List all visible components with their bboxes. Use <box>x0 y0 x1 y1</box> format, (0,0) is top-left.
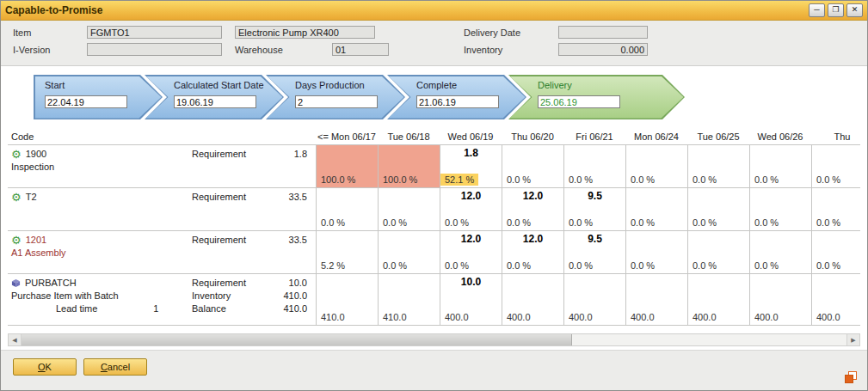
close-icon[interactable]: ✕ <box>846 3 863 17</box>
ok-button[interactable]: OK <box>13 358 77 376</box>
horizontal-scrollbar[interactable]: ◀ ▶ <box>8 333 860 346</box>
cell-percent: 400.0 <box>688 311 749 323</box>
date-column-header[interactable]: Thu 06/20 <box>502 128 563 144</box>
grid-cell[interactable]: 400.0 <box>625 274 687 325</box>
row-description: Inspection <box>11 161 190 174</box>
grid-cell[interactable]: 5.2 % <box>316 231 378 273</box>
cell-quantity: 12.0 <box>440 233 502 245</box>
form-settings-icon[interactable] <box>845 371 857 383</box>
date-column-header[interactable]: Wed 06/26 <box>749 128 811 144</box>
grid-cell[interactable]: 400.0 <box>502 274 563 325</box>
start-date-input[interactable] <box>45 95 127 108</box>
days-production-input[interactable] <box>295 95 378 108</box>
grid-cell[interactable]: 400.0 <box>687 274 749 325</box>
grid-cell[interactable]: 0.0 % <box>687 188 749 230</box>
grid-cell[interactable]: 10.0400.0 <box>440 274 502 325</box>
flow-step-delivery: Delivery <box>508 75 685 119</box>
grid-cell[interactable]: 410.0 <box>316 274 378 325</box>
grid-cell[interactable]: 0.0 % <box>502 145 563 187</box>
cell-percent: 100.0 % <box>317 174 378 186</box>
grid-cell[interactable]: 9.50.0 % <box>563 231 625 273</box>
date-column-header[interactable]: <= Mon 06/17 <box>316 128 378 144</box>
cell-percent: 0.0 % <box>750 174 811 186</box>
grid-cell[interactable]: 100.0 % <box>378 145 440 187</box>
grid-cell[interactable]: 0.0 % <box>378 188 440 230</box>
grid-cell[interactable]: 0.0 % <box>749 145 811 187</box>
gear-icon: ⚙ <box>11 150 22 160</box>
grid-cell[interactable]: 0.0 % <box>316 188 378 230</box>
grid-cell[interactable]: 0.0 % <box>378 231 440 273</box>
scrollbar-track[interactable] <box>22 334 846 345</box>
flow-step-days-production: Days Production <box>266 75 405 119</box>
grid-cell[interactable]: 12.00.0 % <box>440 231 502 273</box>
grid-cell[interactable]: 12.00.0 % <box>440 188 502 230</box>
maximize-icon[interactable]: ❐ <box>828 3 844 17</box>
grid-cell[interactable]: 400.0 <box>563 274 625 325</box>
window-title: Capable-to-Promise <box>5 4 102 16</box>
scrollbar-thumb[interactable] <box>22 334 572 345</box>
date-column-header[interactable]: Tue 06/18 <box>378 128 440 144</box>
date-column-header[interactable]: Wed 06/19 <box>440 128 502 144</box>
item-code-field[interactable] <box>87 26 222 39</box>
grid-cell[interactable]: 400.0 <box>811 274 860 325</box>
cell-quantity <box>379 190 440 202</box>
capacity-grid: Code <= Mon 06/17 Tue 06/18 Wed 06/19 Th… <box>8 128 860 326</box>
grid-cell[interactable]: 0.0 % <box>687 145 749 187</box>
i-version-field[interactable] <box>87 43 222 56</box>
cell-percent: 400.0 <box>440 311 502 323</box>
title-bar[interactable]: Capable-to-Promise ─ ❐ ✕ <box>1 1 867 21</box>
row-code[interactable]: 1900 <box>26 148 46 161</box>
row-name-cell: ⚙ 1201 A1 Assembly <box>8 231 190 273</box>
grid-cell[interactable]: 0.0 % <box>811 188 860 230</box>
grid-cell[interactable]: 0.0 % <box>563 145 625 187</box>
grid-cell[interactable]: 100.0 % <box>316 145 378 187</box>
cell-quantity <box>626 190 687 202</box>
grid-cell[interactable]: 0.0 % <box>811 145 860 187</box>
inventory-field[interactable] <box>558 43 648 56</box>
warehouse-field[interactable] <box>332 43 389 56</box>
flow-step-complete: Complete <box>387 75 526 119</box>
date-column-header[interactable]: Mon 06/24 <box>625 128 687 144</box>
row-measure-value: 410.0 <box>264 290 307 302</box>
grid-cell[interactable]: 400.0 <box>749 274 811 325</box>
grid-cell[interactable]: 0.0 % <box>687 231 749 273</box>
grid-cell[interactable]: 0.0 % <box>749 231 811 273</box>
row-code[interactable]: T2 <box>26 191 37 204</box>
row-code[interactable]: 1201 <box>26 234 46 247</box>
cell-percent: 400.0 <box>564 311 625 323</box>
grid-cell[interactable]: 9.50.0 % <box>563 188 625 230</box>
cell-quantity <box>379 233 440 245</box>
row-code[interactable]: PURBATCH <box>25 277 77 290</box>
row-description: A1 Assembly <box>11 247 190 260</box>
date-column-header[interactable]: Tue 06/25 <box>687 128 749 144</box>
grid-cell[interactable]: 12.00.0 % <box>502 188 563 230</box>
row-description: Purchase Item with Batch <box>11 290 190 302</box>
grid-cell[interactable]: 0.0 % <box>625 145 687 187</box>
date-column-header[interactable]: Fri 06/21 <box>563 128 625 144</box>
row-name-cell: ⚙ T2 <box>8 188 190 230</box>
grid-cell[interactable]: 0.0 % <box>811 231 860 273</box>
delivery-date-field[interactable] <box>558 26 648 39</box>
grid-cell[interactable]: 0.0 % <box>625 188 687 230</box>
item-description-field[interactable] <box>235 26 375 39</box>
date-column-header[interactable]: Thu <box>811 128 860 144</box>
grid-cell[interactable]: 0.0 % <box>749 188 811 230</box>
cell-percent: 0.0 % <box>750 260 811 272</box>
minimize-icon[interactable]: ─ <box>809 3 825 17</box>
complete-date-input[interactable] <box>416 95 499 108</box>
row-measure-value: 1.8 <box>264 148 307 161</box>
cell-quantity <box>317 190 378 202</box>
grid-cell[interactable]: 1.852.1 % <box>440 145 502 187</box>
gear-icon: ⚙ <box>11 235 22 246</box>
cell-quantity <box>626 147 687 159</box>
grid-cell[interactable]: 0.0 % <box>625 231 687 273</box>
delivery-date-input[interactable] <box>538 95 620 108</box>
grid-cell[interactable]: 12.00.0 % <box>502 231 563 273</box>
schedule-flow: Start Calculated Start Date Days Product… <box>1 66 867 125</box>
cell-quantity <box>750 233 811 245</box>
scroll-right-icon[interactable]: ▶ <box>846 334 859 345</box>
scroll-left-icon[interactable]: ◀ <box>9 334 22 345</box>
cancel-button[interactable]: Cancel <box>83 358 147 376</box>
grid-cell[interactable]: 410.0 <box>378 274 440 325</box>
calculated-start-date-input[interactable] <box>174 95 256 108</box>
